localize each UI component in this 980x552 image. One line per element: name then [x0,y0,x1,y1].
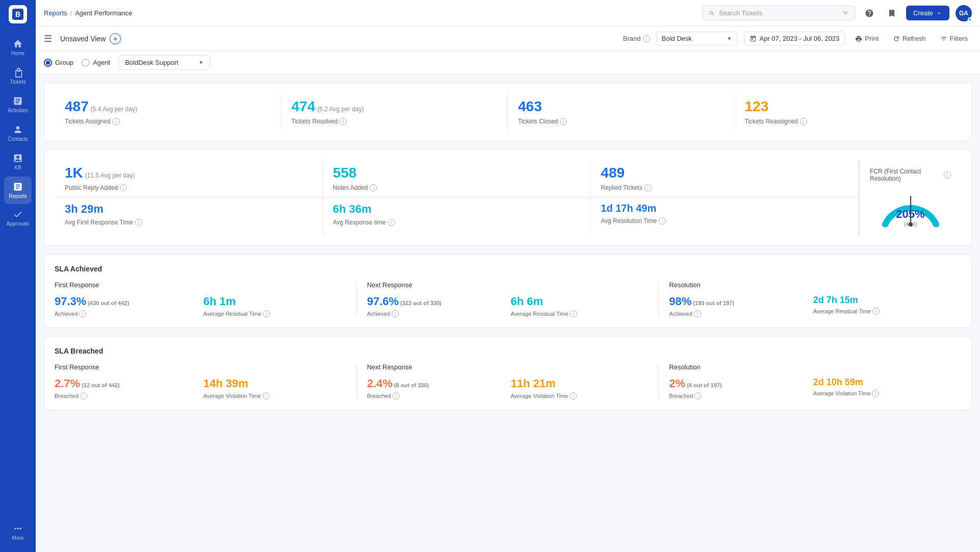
group-radio-option[interactable]: Group [44,59,73,67]
stats-grid-row1: 487(5.4 Avg per day) Tickets Assigned i … [55,93,961,130]
brand-select-value: Bold Desk [662,35,692,42]
sla-breached-grid: First Response 2.7%(12 out of 442) Breac… [55,363,961,399]
sla-fr-violation-info[interactable]: i [263,392,270,399]
assigned-info-icon[interactable]: i [113,118,120,125]
subheader: ☰ Unsaved View + Brand i Bold Desk ▼ Apr… [36,27,980,51]
sidebar-item-activities[interactable]: Activities [0,91,36,118]
sla-fr-residual-block: 6h 1m Average Residual Time i [203,295,346,317]
create-button[interactable]: Create [906,6,949,20]
stat-value-avg-resolution: 1d 17h 49m [601,203,848,214]
sla-fr-residual-info[interactable]: i [263,310,270,317]
stat-label-notes: Notes Added i [333,184,580,191]
sla-breached-resolution: Resolution 2%(4 out of 197) Breached i [659,363,961,399]
breadcrumb-reports[interactable]: Reports [44,9,67,17]
sla-res-residual-info[interactable]: i [872,308,880,315]
sla-nr-breached-info[interactable]: i [393,392,400,399]
sla-res-breached-info[interactable]: i [694,392,702,399]
brand-label: Brand i [623,35,650,42]
replied-info-icon[interactable]: i [644,184,652,191]
stat-label-avg-response: Avg Response time i [333,219,580,226]
sidebar-item-home[interactable]: Home [0,34,36,61]
fcr-info-icon[interactable]: i [944,171,951,179]
sla-res-residual-value: 2d 7h 15m [813,295,951,306]
sidebar-label-approvals: Approvals [7,221,29,227]
resolved-info-icon[interactable]: i [340,118,347,125]
sidebar-item-more[interactable]: More [0,518,36,546]
stat-label-resolved: Tickets Resolved i [292,118,498,125]
sla-nr-residual-info[interactable]: i [570,310,577,317]
refresh-button[interactable]: Refresh [889,32,930,45]
sla-nr-achieved-label: Achieved i [367,310,505,317]
sla-fr-achieved-info[interactable]: i [79,310,86,317]
filter-icon[interactable] [842,10,848,17]
public-reply-info-icon[interactable]: i [120,184,127,191]
help-button[interactable] [861,5,878,21]
sla-achieved-res-title: Resolution [669,281,951,289]
print-label: Print [865,35,879,42]
brand-text: Brand [623,35,641,42]
sla-achieved-next-response: Next Response 97.6%(322 out of 330) Achi… [357,281,659,317]
agent-radio-option[interactable]: Agent [82,59,110,67]
notes-info-icon[interactable]: i [370,184,377,191]
group-radio-label: Group [55,59,73,66]
sla-nr-achieved-info[interactable]: i [392,310,399,317]
sidebar: B Home Tickets Activities Contacts KB Re… [0,0,36,552]
first-response-info-icon[interactable]: i [135,219,142,226]
brand-info-icon[interactable]: i [643,35,650,42]
sidebar-label-activities: Activities [8,108,28,113]
sla-res-achieved-info[interactable]: i [694,310,701,317]
sla-nr-breached-pct: 2.4%(8 out of 330) [367,377,505,390]
sla-fr-breached-label: Breached i [55,392,197,399]
sla-res-violation-info[interactable]: i [872,390,879,397]
reassigned-info-icon[interactable]: i [800,118,807,125]
avg-resolution-info-icon[interactable]: i [659,217,666,224]
stat-avg-resolution: 1d 17h 49m Avg Resolution Time i [590,197,859,235]
stat-label-assigned: Tickets Assigned i [65,118,271,125]
home-icon [13,39,23,49]
sidebar-label-tickets: Tickets [10,79,25,85]
sla-nr-breached-sub: (8 out of 330) [394,382,429,388]
sla-breached-res-title: Resolution [669,363,951,371]
fcr-title: FCR (First Contact Resolution) i [870,168,951,182]
sidebar-item-approvals[interactable]: Approvals [0,204,36,232]
group-agent-radio: Group Agent [44,59,110,67]
sla-fr-violation-block: 14h 39m Average Violation Time i [203,377,346,399]
stat-value-closed: 463 [518,98,724,115]
sla-nr-violation-info[interactable]: i [570,392,577,399]
avatar[interactable]: GA [956,5,972,21]
stat-tickets-reassigned: 123 Tickets Reassigned i [735,93,962,130]
bookmark-button[interactable] [884,5,900,21]
closed-info-icon[interactable]: i [560,118,567,125]
stat-value-first-response: 3h 29m [65,203,312,216]
stat-avg-public-reply: (11.5 Avg per day) [85,172,135,179]
date-range-picker[interactable]: Apr 07, 2023 - Jul 06, 2023 [744,32,845,45]
filters-label: Filters [950,35,968,42]
fcr-title-text: FCR (First Contact Resolution) [870,168,942,182]
sla-fr-breached-info[interactable]: i [80,392,87,399]
add-view-button[interactable]: + [110,33,121,44]
refresh-label: Refresh [902,35,926,42]
stat-label-avg-resolution: Avg Resolution Time i [601,217,848,224]
sidebar-item-reports[interactable]: Reports [4,177,32,204]
avg-response-info-icon[interactable]: i [388,219,395,226]
sidebar-item-kb[interactable]: KB [0,148,36,175]
sidebar-item-contacts[interactable]: Contacts [0,119,36,147]
filters-button[interactable]: Filters [936,32,972,45]
fcr-gauge: 205% (474) [878,186,944,227]
tickets-icon [13,67,23,78]
stat-avg-response: 6h 36m Avg Response time i [323,197,591,235]
content-area: 487(5.4 Avg per day) Tickets Assigned i … [36,74,980,552]
sidebar-item-tickets[interactable]: Tickets [0,62,36,90]
search-input[interactable] [719,9,838,17]
menu-icon[interactable]: ☰ [44,33,52,44]
print-button[interactable]: Print [851,32,883,45]
sla-nr-achieved-block: 97.6%(322 out of 330) Achieved i [367,295,505,317]
sla-res-achieved-sub: (193 out of 197) [693,300,734,306]
brand-select[interactable]: Bold Desk ▼ [656,32,738,45]
avatar-initials: GA [959,10,968,17]
sla-achieved-nr-title: Next Response [367,281,649,289]
logo-icon: B [12,9,23,20]
group-select-dropdown[interactable]: BoldDesk Support ▼ [118,55,210,70]
sidebar-logo[interactable]: B [9,5,27,23]
search-wrapper[interactable] [702,6,855,20]
